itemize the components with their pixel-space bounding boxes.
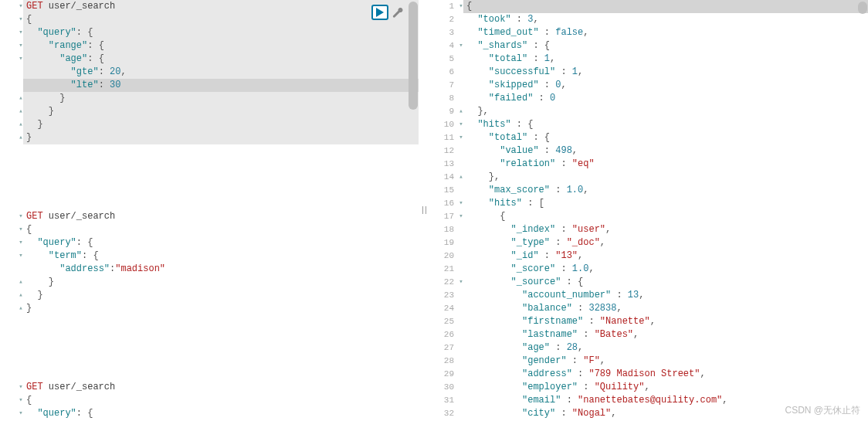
response-viewer-pane: 1234567891011121314151617181920212223242… (429, 0, 868, 421)
line-gutter (0, 0, 15, 421)
scrollbar[interactable] (408, 0, 419, 421)
pane-splitter[interactable]: || (419, 0, 429, 421)
fold-gutter[interactable]: ▾▾▴▾▾▴▾▾▾ (456, 0, 463, 421)
request-toolbar (371, 5, 405, 20)
svg-marker-0 (376, 8, 384, 17)
scrollbar-thumb[interactable] (858, 2, 867, 14)
request-code[interactable]: GET user/_search{ "query": { "range": { … (23, 0, 419, 421)
scrollbar-thumb[interactable] (409, 2, 418, 110)
response-code[interactable]: { "took" : 3, "timed_out" : false, "_sha… (463, 0, 868, 421)
watermark: CSDN @无休止符 (785, 404, 860, 417)
response-editor[interactable]: 1234567891011121314151617181920212223242… (429, 0, 868, 421)
run-query-button[interactable] (371, 5, 388, 20)
scrollbar[interactable] (857, 0, 868, 421)
wrench-icon (392, 7, 403, 18)
play-icon (376, 8, 384, 17)
wrench-button[interactable] (391, 5, 405, 20)
request-editor[interactable]: ▾▾▾▾▾▴▴▴▴▾▾▾▾▴▴▴▾▾▾▾ GET user/_search{ "… (0, 0, 419, 421)
splitter-handle-icon: || (420, 206, 426, 215)
dev-console: ▾▾▾▾▾▴▴▴▴▾▾▾▾▴▴▴▾▾▾▾ GET user/_search{ "… (0, 0, 868, 421)
fold-gutter[interactable]: ▾▾▾▾▾▴▴▴▴▾▾▾▾▴▴▴▾▾▾▾ (15, 0, 23, 421)
line-gutter: 1234567891011121314151617181920212223242… (429, 0, 456, 421)
request-editor-pane: ▾▾▾▾▾▴▴▴▴▾▾▾▾▴▴▴▾▾▾▾ GET user/_search{ "… (0, 0, 419, 421)
